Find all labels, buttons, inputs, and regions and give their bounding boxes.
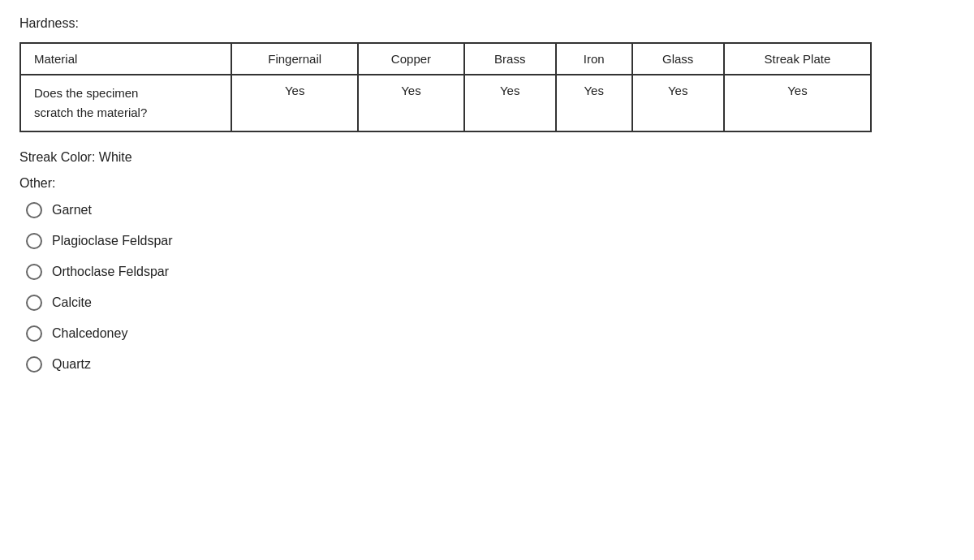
radio-circle bbox=[26, 325, 42, 342]
cell-streak-plate: Yes bbox=[724, 75, 871, 131]
radio-label: Orthoclase Feldspar bbox=[52, 265, 169, 279]
radio-item-calcite[interactable]: Calcite bbox=[26, 295, 955, 311]
cell-material: Does the specimenscratch the material? bbox=[20, 75, 231, 131]
col-header-fingernail: Fingernail bbox=[231, 43, 358, 75]
col-header-material: Material bbox=[20, 43, 231, 75]
radio-label: Chalcedoney bbox=[52, 326, 127, 341]
streak-color-label: Streak Color: White bbox=[19, 150, 955, 165]
table-row: Does the specimenscratch the material? Y… bbox=[20, 75, 871, 131]
cell-brass: Yes bbox=[464, 75, 556, 131]
col-header-glass: Glass bbox=[632, 43, 724, 75]
radio-label: Calcite bbox=[52, 295, 92, 310]
hardness-section: Hardness: Material Fingernail Copper Bra… bbox=[19, 16, 955, 132]
col-header-iron: Iron bbox=[556, 43, 632, 75]
cell-glass: Yes bbox=[632, 75, 724, 131]
radio-label: Quartz bbox=[52, 357, 91, 372]
col-header-brass: Brass bbox=[464, 43, 556, 75]
cell-fingernail: Yes bbox=[231, 75, 358, 131]
radio-label: Garnet bbox=[52, 203, 92, 218]
radio-circle bbox=[26, 233, 42, 249]
mineral-options: GarnetPlagioclase FeldsparOrthoclase Fel… bbox=[19, 202, 955, 373]
radio-circle bbox=[26, 264, 42, 280]
radio-circle bbox=[26, 202, 42, 218]
radio-label: Plagioclase Feldspar bbox=[52, 234, 173, 248]
cell-iron: Yes bbox=[556, 75, 632, 131]
col-header-streak-plate: Streak Plate bbox=[724, 43, 871, 75]
col-header-copper: Copper bbox=[358, 43, 463, 75]
radio-item-garnet[interactable]: Garnet bbox=[26, 202, 955, 218]
hardness-table: Material Fingernail Copper Brass Iron Gl… bbox=[19, 42, 872, 132]
radio-item-orthoclase-feldspar[interactable]: Orthoclase Feldspar bbox=[26, 264, 955, 280]
hardness-label: Hardness: bbox=[19, 16, 955, 31]
radio-item-chalcedoney[interactable]: Chalcedoney bbox=[26, 325, 955, 342]
cell-copper: Yes bbox=[358, 75, 463, 131]
other-label: Other: bbox=[19, 176, 955, 191]
radio-circle bbox=[26, 295, 42, 311]
radio-item-plagioclase-feldspar[interactable]: Plagioclase Feldspar bbox=[26, 233, 955, 249]
radio-item-quartz[interactable]: Quartz bbox=[26, 356, 955, 373]
radio-circle bbox=[26, 356, 42, 373]
